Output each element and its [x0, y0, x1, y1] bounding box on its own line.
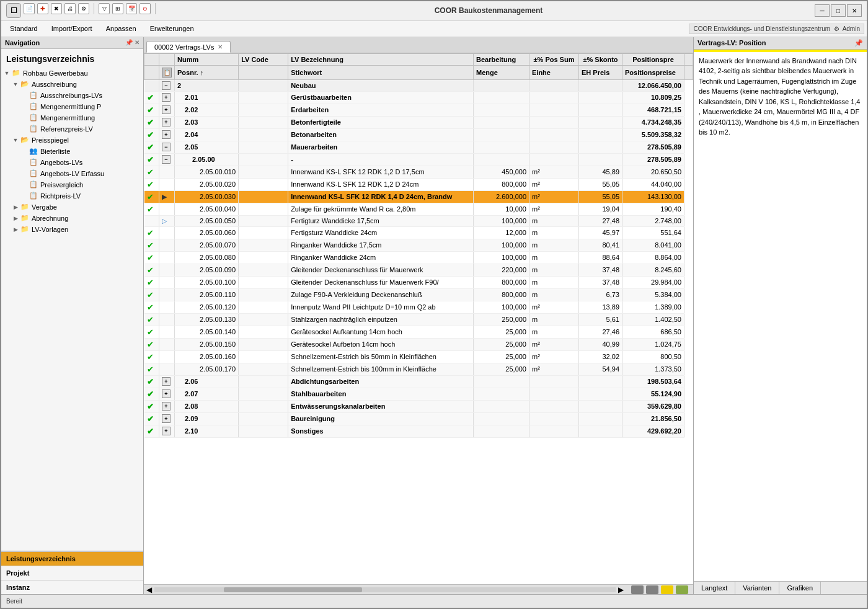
cell-expand[interactable] — [159, 251, 175, 264]
cell-expand[interactable]: + — [159, 412, 175, 425]
tool-settings[interactable]: ⚙ — [78, 3, 89, 14]
sub-col-positionspreise[interactable]: Positionspreise — [622, 65, 684, 79]
table-row[interactable]: ✔−2.05.00-278.505,89 — [144, 153, 693, 166]
col-positionspre-header[interactable]: Positionspre — [622, 53, 684, 65]
menu-import-export[interactable]: Import/Export — [45, 23, 99, 34]
table-row[interactable]: ✔+2.01Gerüstbauarbeiten10.809,25 — [144, 91, 693, 104]
tool-save[interactable]: ✖ — [51, 3, 62, 14]
table-row[interactable]: ✔2.05.00.060Fertigsturz Wanddicke 24cm12… — [144, 226, 693, 239]
maximize-button[interactable]: □ — [831, 4, 846, 17]
cell-expand[interactable] — [159, 226, 175, 239]
table-scroll[interactable]: Numm LV Code LV Bezeichnung Bearbeitung … — [144, 53, 693, 584]
right-panel-pin-icon[interactable]: 📌 — [854, 39, 863, 47]
sub-col-einhe[interactable]: Einhe — [529, 65, 579, 79]
table-row[interactable]: ✔2.05.00.040Zulage für gekrümmte Wand R … — [144, 203, 693, 215]
right-tab-varianten[interactable]: Varianten — [735, 582, 779, 594]
expand-icon[interactable]: + — [162, 93, 170, 102]
cell-expand[interactable]: + — [159, 128, 175, 141]
menu-anpassen[interactable]: Anpassen — [100, 23, 143, 34]
sub-icon-btn[interactable]: 📋 — [162, 68, 172, 78]
tab-close-icon[interactable]: ✕ — [218, 43, 223, 50]
table-row[interactable]: ✔+2.07Stahlbauarbeiten55.124,90 — [144, 388, 693, 400]
horizontal-scrollbar[interactable]: ◀ ▶ — [144, 584, 693, 594]
sub-col-menge[interactable]: Menge — [474, 65, 529, 79]
table-row[interactable]: ✔+2.04Betonarbeiten5.509.358,32 — [144, 128, 693, 141]
nav-header-controls[interactable]: 📌 ✕ — [125, 39, 140, 46]
collapse-icon[interactable]: − — [162, 81, 170, 90]
table-row[interactable]: ✔+2.02Erdarbeiten468.721,15 — [144, 104, 693, 116]
cell-expand[interactable]: + — [159, 425, 175, 437]
expand-icon[interactable]: + — [162, 118, 170, 127]
table-row[interactable]: ✔2.05.00.160Schnellzement-Estrich bis 50… — [144, 350, 693, 363]
table-row[interactable]: ✔2.05.00.100Gleitender Deckenanschluss f… — [144, 276, 693, 288]
cell-expand[interactable] — [159, 239, 175, 251]
table-row[interactable]: ✔+2.08Entwässerungskanalarbeiten359.629,… — [144, 400, 693, 412]
window-controls[interactable]: ─ □ ✕ — [815, 4, 862, 17]
nav-tab-leistungsverzeichnis[interactable]: Leistungsverzeichnis — [1, 551, 143, 566]
tree-item-rohbau[interactable]: ▼ 📁 Rohbau Gewerbebau — [2, 68, 143, 79]
tool-calendar[interactable]: 📅 — [126, 3, 137, 14]
cell-expand[interactable]: + — [159, 400, 175, 412]
expand-icon[interactable]: + — [162, 414, 170, 423]
table-row[interactable]: ✔2.05.00.090Gleitender Deckenanschluss f… — [144, 264, 693, 276]
table-row[interactable]: ✔2.05.00.070Ringanker Wanddicke 17,5cm10… — [144, 239, 693, 251]
cell-expand[interactable]: − — [159, 141, 175, 153]
tree-item-richtpreis-lv[interactable]: 📋 Richtpreis-LV — [20, 190, 143, 202]
cell-expand[interactable] — [159, 338, 175, 350]
cell-expand[interactable]: ▶ — [159, 190, 175, 203]
sub-col-posnr[interactable]: Posnr. ↑ — [175, 65, 239, 79]
collapse-icon[interactable]: − — [162, 155, 170, 164]
tree-item-ausschreibungs-lvs[interactable]: 📋 Ausschreibungs-LVs — [20, 90, 143, 101]
tool-open[interactable]: ✚ — [37, 3, 48, 14]
cell-expand[interactable]: + — [159, 91, 175, 104]
title-bar-icons[interactable]: ☐ 📄 ✚ ✖ 🖨 ⚙ ▽ ⊞ 📅 ⊙ — [6, 3, 157, 18]
col-pos-sum-header[interactable]: ±% Pos Sum — [529, 53, 579, 65]
col-lvcode-header[interactable]: LV Code — [239, 53, 288, 65]
cell-expand[interactable] — [159, 301, 175, 313]
table-row[interactable]: ▷2.05.00.050Fertigturz Wanddicke 17,5cm1… — [144, 215, 693, 226]
table-row[interactable]: ✔2.05.00.110Zulage F90-A Verkleidung Dec… — [144, 288, 693, 301]
cell-expand[interactable]: + — [159, 375, 175, 388]
tree-toggle-preisspiegel[interactable]: ▼ — [11, 136, 20, 144]
table-row[interactable]: ✔2.05.00.170Schnellzement-Estrich bis 10… — [144, 363, 693, 375]
scroll-left-btn[interactable]: ◀ — [144, 585, 154, 594]
col-bearbeitung-header[interactable]: Bearbeitung — [474, 53, 529, 65]
nav-pin-icon[interactable]: 📌 — [125, 39, 133, 46]
menu-standard[interactable]: Standard — [4, 23, 44, 34]
arrow-icon[interactable]: ▶ — [162, 193, 167, 200]
arrow-outline-icon[interactable]: ▷ — [162, 217, 167, 224]
tree-item-vergabe[interactable]: ▶ 📁 Vergabe — [11, 202, 143, 213]
tree-item-angebots-erfassu[interactable]: 📋 Angebots-LV Erfassu — [20, 168, 143, 179]
table-row[interactable]: ✔+2.06Abdichtungsarbeiten198.503,64 — [144, 375, 693, 388]
cell-expand[interactable]: − — [159, 153, 175, 166]
cell-expand[interactable]: + — [159, 104, 175, 116]
tab-vertrags-lvs[interactable]: 00002 Vertrags-LVs ✕ — [146, 41, 231, 53]
expand-icon[interactable]: + — [162, 130, 170, 139]
cell-expand[interactable] — [159, 350, 175, 363]
tree-item-mengenermittlung-p[interactable]: 📋 Mengenermittlung P — [20, 101, 143, 112]
tree-item-referenzpreis[interactable]: 📋 Referenzpreis-LV — [20, 123, 143, 135]
tree-item-angebots-lvs[interactable]: 📋 Angebots-LVs — [20, 157, 143, 168]
collapse-icon[interactable]: − — [162, 143, 170, 151]
table-row[interactable]: ✔2.05.00.150Gerätesockel Aufbeton 14cm h… — [144, 338, 693, 350]
cell-expand[interactable]: − — [159, 79, 175, 91]
tool-filter[interactable]: ▽ — [99, 3, 110, 14]
right-tab-grafiken[interactable]: Grafiken — [779, 582, 821, 594]
tree-toggle-ausschreibung[interactable]: ▼ — [11, 80, 20, 89]
col-bezeichnung-header[interactable]: LV Bezeichnung — [288, 53, 474, 65]
table-row[interactable]: ✔▶2.05.00.030Innenwand KS-L SFK 12 RDK 1… — [144, 190, 693, 203]
table-row[interactable]: ✔2.05.00.120Innenputz Wand PII Leichtput… — [144, 301, 693, 313]
nav-close-icon[interactable]: ✕ — [135, 39, 140, 46]
cell-expand[interactable] — [159, 166, 175, 178]
tree-item-lv-vorlagen[interactable]: ▶ 📁 LV-Vorlagen — [11, 224, 143, 235]
table-row[interactable]: ✔2.05.00.020Innenwand KS-L SFK 12 RDK 1,… — [144, 178, 693, 190]
cell-expand[interactable] — [159, 276, 175, 288]
table-row[interactable]: ✔−2.05Mauerarbeiten278.505,89 — [144, 141, 693, 153]
cell-expand[interactable] — [159, 326, 175, 338]
tree-toggle-abrechnung[interactable]: ▶ — [11, 214, 20, 223]
tree-item-mengenermittlung[interactable]: 📋 Mengenermittlung — [20, 112, 143, 123]
cell-expand[interactable]: + — [159, 388, 175, 400]
expand-icon[interactable]: + — [162, 389, 170, 398]
cell-expand[interactable] — [159, 313, 175, 326]
tool-new[interactable]: 📄 — [24, 3, 35, 14]
